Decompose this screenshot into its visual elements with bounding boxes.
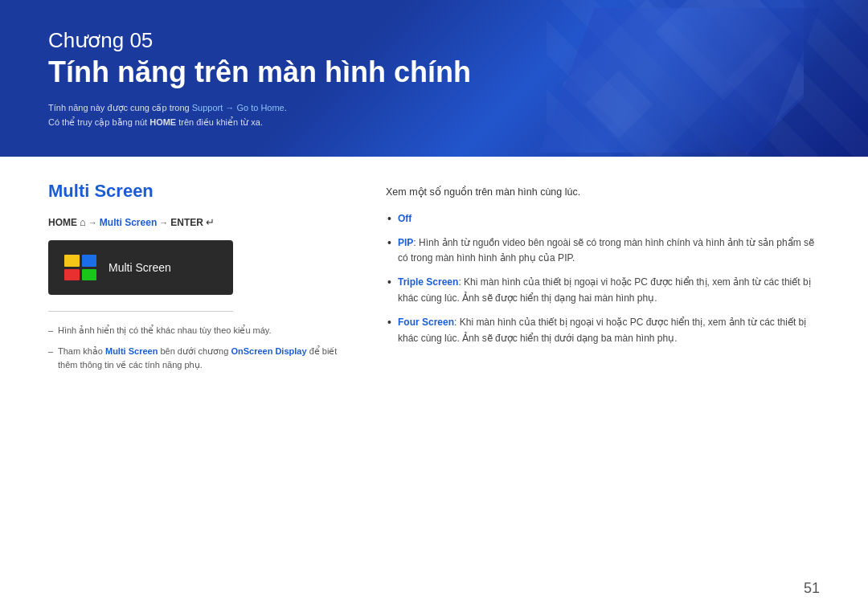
- nav-arrow-1: →: [88, 218, 97, 227]
- list-item-triple: Triple Screen: Khi màn hình của thiết bị…: [386, 275, 820, 307]
- note-2: Tham khảo Multi Screen bên dưới chương O…: [48, 345, 354, 373]
- nav-arrow-2: →: [159, 218, 168, 227]
- subtitle-bold: HOME: [149, 117, 176, 127]
- bullet-label-pip: PIP: [398, 237, 413, 248]
- page-number: 51: [804, 580, 820, 597]
- bullet-label-triple: Triple Screen: [398, 276, 458, 288]
- section-title: Multi Screen: [48, 181, 354, 202]
- icon-quad-blue: [82, 255, 97, 267]
- nav-enter: ENTER: [170, 217, 203, 228]
- main-content: Multi Screen HOME ⌂ → Multi Screen → ENT…: [0, 157, 868, 581]
- divider-line: [48, 311, 233, 312]
- header-banner: Chương 05 Tính năng trên màn hình chính …: [0, 0, 868, 157]
- bullet-text-four: : Khi màn hình của thiết bị ngoại vi hoặ…: [398, 317, 806, 344]
- list-item-off: Off: [386, 211, 820, 227]
- list-item-pip: PIP: Hình ảnh từ nguồn video bên ngoài s…: [386, 235, 820, 268]
- bullet-label-off: Off: [398, 213, 411, 224]
- bullet-label-four: Four Screen: [398, 317, 454, 328]
- nav-multiscreen: Multi Screen: [100, 217, 157, 228]
- multiscreen-box: Multi Screen: [48, 240, 233, 295]
- chapter-label: Chương 05: [48, 27, 820, 55]
- subtitle-link[interactable]: Support → Go to Home: [192, 103, 285, 112]
- bullet-text-triple: : Khi màn hình của thiết bị ngoại vi hoặ…: [398, 276, 811, 304]
- subtitle-line2-prefix: Có thể truy cập bằng nút: [48, 117, 147, 127]
- note-link-2: OnScreen Display: [231, 346, 306, 356]
- multiscreen-box-label: Multi Screen: [108, 261, 171, 274]
- multiscreen-icon: [64, 255, 96, 280]
- nav-path: HOME ⌂ → Multi Screen → ENTER ↵: [48, 216, 354, 228]
- right-column: Xem một số nguồn trên màn hình cùng lúc.…: [386, 181, 820, 557]
- bullet-text-pip: : Hình ảnh từ nguồn video bên ngoài sẽ c…: [398, 237, 814, 264]
- subtitle-prefix: Tính năng này được cung cấp trong: [48, 103, 190, 112]
- note-link-1: Multi Screen: [105, 346, 158, 356]
- header-subtitle: Tính năng này được cung cấp trong Suppor…: [48, 101, 820, 129]
- left-column: Multi Screen HOME ⌂ → Multi Screen → ENT…: [48, 181, 354, 557]
- icon-quad-green: [82, 269, 97, 281]
- chapter-title: Tính năng trên màn hình chính: [48, 54, 820, 92]
- icon-quad-red: [64, 269, 80, 281]
- bullet-list: Off PIP: Hình ảnh từ nguồn video bên ngo…: [386, 211, 820, 347]
- list-item-four: Four Screen: Khi màn hình của thiết bị n…: [386, 315, 820, 347]
- note-1: Hình ảnh hiển thị có thể khác nhau tùy t…: [48, 324, 354, 338]
- icon-quad-yellow: [64, 255, 80, 267]
- right-intro: Xem một số nguồn trên màn hình cùng lúc.: [386, 185, 820, 200]
- nav-home: HOME: [48, 217, 77, 228]
- nav-home-icon: ⌂: [80, 216, 86, 228]
- nav-enter-icon: ↵: [206, 216, 215, 228]
- subtitle-line2-suffix: trên điều khiển từ xa.: [178, 117, 263, 127]
